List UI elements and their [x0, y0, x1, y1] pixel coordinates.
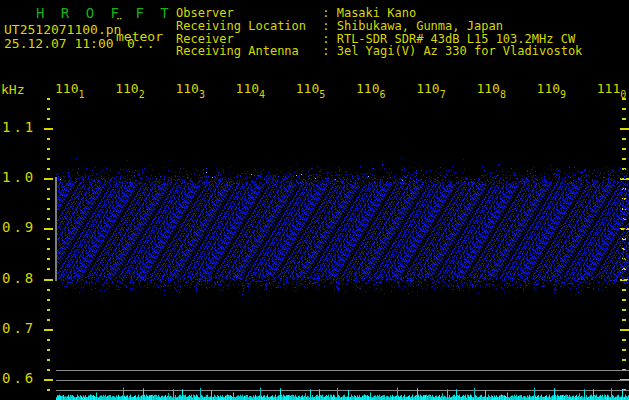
- freq-tick: [47, 309, 50, 311]
- time-axis-label-main: 110: [416, 81, 439, 96]
- freq-tick: [622, 319, 626, 321]
- time-axis-label-sub: 1: [78, 89, 84, 100]
- info-row: Receiving Antenna : 3el Yagi(V) Az 330 f…: [176, 44, 582, 58]
- time-axis-label: 1110: [597, 81, 627, 96]
- freq-tick: [47, 349, 50, 351]
- time-axis-label-main: 111: [597, 81, 620, 96]
- freq-tick: [47, 289, 50, 291]
- freq-tick: [47, 268, 50, 270]
- freq-axis-label: 1.1: [2, 119, 36, 135]
- freq-tick: [622, 108, 626, 110]
- app-title: H R O F F T: [36, 5, 173, 21]
- freq-axis-label: 0.7: [2, 320, 36, 336]
- time-axis-label: 1108: [476, 81, 506, 96]
- freq-tick: [622, 118, 626, 120]
- freq-tick: [44, 279, 53, 281]
- freq-axis-unit: kHz: [1, 82, 24, 97]
- time-axis-label-main: 110: [55, 81, 78, 96]
- freq-tick: [47, 218, 50, 220]
- time-axis-label: 1107: [416, 81, 446, 96]
- freq-tick: [44, 329, 53, 331]
- info-label: Receiving Antenna: [176, 44, 315, 58]
- time-axis-label: 1101: [55, 81, 85, 96]
- time-axis-label-sub: 5: [319, 89, 325, 100]
- time-axis-label-main: 110: [115, 81, 138, 96]
- freq-tick: [44, 178, 53, 180]
- time-axis-label-sub: 3: [199, 89, 205, 100]
- time-axis-label-sub: 4: [259, 89, 265, 100]
- hrofft-screen: H R O F F T UT2512071100.pn ¨ meteor 25.…: [0, 0, 629, 400]
- freq-tick: [47, 118, 50, 120]
- freq-tick: [622, 148, 626, 150]
- freq-tick: [47, 359, 50, 361]
- reference-line: [56, 370, 629, 371]
- signal-level-canvas: [56, 383, 629, 400]
- time-axis-label: 1104: [236, 81, 266, 96]
- freq-tick: [622, 359, 626, 361]
- freq-axis-label: 0.9: [2, 219, 36, 235]
- time-axis-label: 1103: [175, 81, 205, 96]
- freq-tick: [47, 168, 50, 170]
- freq-tick: [620, 128, 629, 130]
- time-axis-label-main: 110: [175, 81, 198, 96]
- freq-tick: [47, 138, 50, 140]
- time-axis-label-sub: 2: [139, 89, 145, 100]
- freq-tick: [44, 128, 53, 130]
- freq-tick: [47, 198, 50, 200]
- time-axis-label-main: 110: [537, 81, 560, 96]
- time-axis-label: 1105: [296, 81, 326, 96]
- freq-tick: [622, 309, 626, 311]
- freq-tick: [622, 98, 626, 100]
- freq-tick: [47, 108, 50, 110]
- time-axis-label-sub: 6: [379, 89, 385, 100]
- freq-tick: [47, 339, 50, 341]
- time-axis-label-sub: 9: [560, 89, 566, 100]
- freq-tick: [47, 98, 50, 100]
- output-filename: UT2512071100.pn: [4, 22, 121, 37]
- freq-axis-label: 0.6: [2, 370, 36, 386]
- freq-tick: [622, 349, 626, 351]
- freq-tick: [44, 228, 53, 230]
- time-axis-label-sub: 7: [440, 89, 446, 100]
- time-axis-label-main: 110: [356, 81, 379, 96]
- freq-tick: [47, 238, 50, 240]
- freq-tick: [47, 319, 50, 321]
- time-axis-label-sub: 8: [500, 89, 506, 100]
- freq-tick: [47, 369, 50, 371]
- noise-band-canvas: [56, 158, 629, 298]
- freq-tick: [47, 158, 50, 160]
- freq-tick: [47, 208, 50, 210]
- freq-tick: [622, 138, 626, 140]
- time-axis-label: 1109: [537, 81, 567, 96]
- datetime-label: 25.12.07 11:00: [4, 36, 114, 51]
- echo-counter: 0..: [127, 36, 156, 51]
- freq-tick: [47, 188, 50, 190]
- freq-tick: [47, 258, 50, 260]
- freq-tick: [620, 329, 629, 331]
- freq-tick: [47, 148, 50, 150]
- time-axis-label: 1102: [115, 81, 145, 96]
- freq-tick: [44, 379, 53, 381]
- info-separator: :: [315, 44, 337, 58]
- freq-tick: [47, 299, 50, 301]
- time-axis-label-main: 110: [296, 81, 319, 96]
- freq-tick: [47, 248, 50, 250]
- info-value: 3el Yagi(V) Az 330 for Vladivostok: [337, 44, 583, 58]
- time-axis-label-main: 110: [476, 81, 499, 96]
- time-axis-label: 1106: [356, 81, 386, 96]
- freq-tick: [622, 299, 626, 301]
- time-axis-label-main: 110: [236, 81, 259, 96]
- freq-axis-label: 0.8: [2, 270, 36, 286]
- freq-axis-label: 1.0: [2, 169, 36, 185]
- band-left-edge-line: [55, 177, 57, 281]
- freq-tick: [622, 339, 626, 341]
- freq-tick: [47, 389, 50, 391]
- reference-line: [56, 380, 629, 381]
